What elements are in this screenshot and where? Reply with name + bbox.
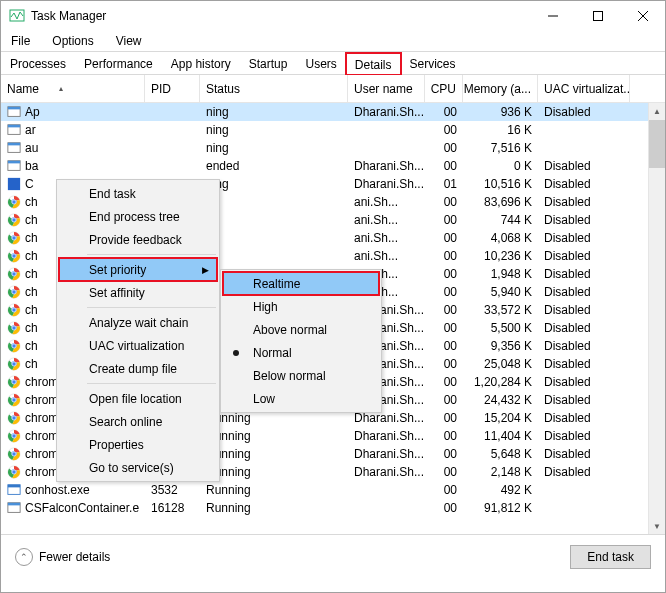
cell-cpu: 00 — [425, 429, 463, 443]
details-pane: Name▴ PID Status User name CPU Memory (a… — [1, 75, 665, 535]
process-icon — [7, 501, 21, 515]
process-icon — [7, 411, 21, 425]
cell-name: ba — [1, 159, 145, 173]
ctx-search-online[interactable]: Search online — [59, 410, 217, 433]
priority-realtime[interactable]: Realtime — [223, 272, 379, 295]
menu-file[interactable]: File — [7, 32, 34, 50]
table-row[interactable]: CSFalconContainer.e16128Running0091,812 … — [1, 499, 665, 517]
ctx-goto-service[interactable]: Go to service(s) — [59, 456, 217, 479]
cell-uac: Disabled — [538, 411, 630, 425]
menu-options[interactable]: Options — [48, 32, 97, 50]
priority-normal[interactable]: Normal — [223, 341, 379, 364]
ctx-properties[interactable]: Properties — [59, 433, 217, 456]
tab-app-history[interactable]: App history — [162, 52, 240, 74]
cell-memory: 24,432 K — [463, 393, 538, 407]
table-row[interactable]: auning007,516 K — [1, 139, 665, 157]
svg-point-22 — [12, 236, 16, 240]
ctx-analyze-wait[interactable]: Analyze wait chain — [59, 311, 217, 334]
priority-submenu: Realtime High Above normal Normal Below … — [220, 269, 382, 413]
cell-status: Running — [200, 501, 348, 515]
cell-uac: Disabled — [538, 357, 630, 371]
cell-memory: 11,404 K — [463, 429, 538, 443]
priority-below-normal[interactable]: Below normal — [223, 364, 379, 387]
menu-view[interactable]: View — [112, 32, 146, 50]
maximize-button[interactable] — [575, 1, 620, 31]
cell-status: Running — [200, 447, 348, 461]
cell-status: Running — [200, 483, 348, 497]
scroll-up-icon[interactable]: ▲ — [649, 103, 665, 120]
cell-status: ning — [200, 105, 348, 119]
cell-cpu: 00 — [425, 447, 463, 461]
chevron-up-icon: ⌃ — [15, 548, 33, 566]
tab-users[interactable]: Users — [296, 52, 345, 74]
ctx-end-tree[interactable]: End process tree — [59, 205, 217, 228]
ctx-uac-virt[interactable]: UAC virtualization — [59, 334, 217, 357]
cell-memory: 1,948 K — [463, 267, 538, 281]
cell-status: Running — [200, 411, 348, 425]
ctx-set-affinity[interactable]: Set affinity — [59, 281, 217, 304]
ctx-end-task[interactable]: End task — [59, 182, 217, 205]
table-row[interactable]: baendedDharani.Sh...000 KDisabled — [1, 157, 665, 175]
priority-high[interactable]: High — [223, 295, 379, 318]
process-icon — [7, 267, 21, 281]
tab-startup[interactable]: Startup — [240, 52, 297, 74]
cell-memory: 1,20,284 K — [463, 375, 538, 389]
cell-memory: 2,148 K — [463, 465, 538, 479]
cell-memory: 83,696 K — [463, 195, 538, 209]
svg-rect-10 — [8, 143, 20, 146]
cell-memory: 16 K — [463, 123, 538, 137]
cell-cpu: 00 — [425, 357, 463, 371]
svg-point-40 — [12, 344, 16, 348]
cell-user: Dharani.Sh... — [348, 159, 425, 173]
col-header-cpu[interactable]: CPU — [425, 75, 463, 102]
col-header-memory[interactable]: Memory (a... — [463, 75, 538, 102]
process-icon — [7, 303, 21, 317]
process-icon — [7, 213, 21, 227]
tab-performance[interactable]: Performance — [75, 52, 162, 74]
tab-services[interactable]: Services — [401, 52, 465, 74]
svg-point-37 — [12, 326, 16, 330]
svg-point-31 — [12, 290, 16, 294]
table-row[interactable]: ApningDharani.Sh...00936 KDisabled — [1, 103, 665, 121]
col-header-name[interactable]: Name▴ — [1, 75, 145, 102]
ctx-create-dump[interactable]: Create dump file — [59, 357, 217, 380]
minimize-button[interactable] — [530, 1, 575, 31]
col-header-status[interactable]: Status — [200, 75, 348, 102]
tab-details[interactable]: Details — [346, 53, 401, 75]
tab-processes[interactable]: Processes — [1, 52, 75, 74]
svg-point-16 — [12, 200, 16, 204]
cell-uac: Disabled — [538, 267, 630, 281]
end-task-button[interactable]: End task — [570, 545, 651, 569]
col-header-user[interactable]: User name — [348, 75, 425, 102]
ctx-set-priority[interactable]: Set priority▶ — [59, 258, 217, 281]
col-header-pid[interactable]: PID — [145, 75, 200, 102]
svg-rect-6 — [8, 107, 20, 110]
ctx-feedback[interactable]: Provide feedback — [59, 228, 217, 251]
checked-dot-icon — [233, 350, 239, 356]
cell-memory: 5,940 K — [463, 285, 538, 299]
process-icon — [7, 231, 21, 245]
vertical-scrollbar[interactable]: ▲ ▼ — [648, 103, 665, 535]
fewer-details-button[interactable]: ⌃ Fewer details — [15, 548, 110, 566]
ctx-open-location[interactable]: Open file location — [59, 387, 217, 410]
table-row[interactable]: conhost.exe3532Running00492 K — [1, 481, 665, 499]
cell-cpu: 00 — [425, 213, 463, 227]
scroll-down-icon[interactable]: ▼ — [649, 518, 665, 535]
process-icon — [7, 375, 21, 389]
cell-cpu: 00 — [425, 501, 463, 515]
submenu-arrow-icon: ▶ — [202, 265, 209, 275]
process-icon — [7, 177, 21, 191]
cell-cpu: 00 — [425, 141, 463, 155]
svg-rect-8 — [8, 125, 20, 128]
table-row[interactable]: arning0016 K — [1, 121, 665, 139]
process-context-menu: End task End process tree Provide feedba… — [56, 179, 220, 482]
cell-name: Ap — [1, 105, 145, 119]
cell-memory: 0 K — [463, 159, 538, 173]
scroll-thumb[interactable] — [649, 120, 665, 168]
priority-above-normal[interactable]: Above normal — [223, 318, 379, 341]
col-header-uac[interactable]: UAC virtualizat... — [538, 75, 630, 102]
close-button[interactable] — [620, 1, 665, 31]
priority-low[interactable]: Low — [223, 387, 379, 410]
menu-separator — [87, 254, 216, 255]
cell-uac: Disabled — [538, 321, 630, 335]
